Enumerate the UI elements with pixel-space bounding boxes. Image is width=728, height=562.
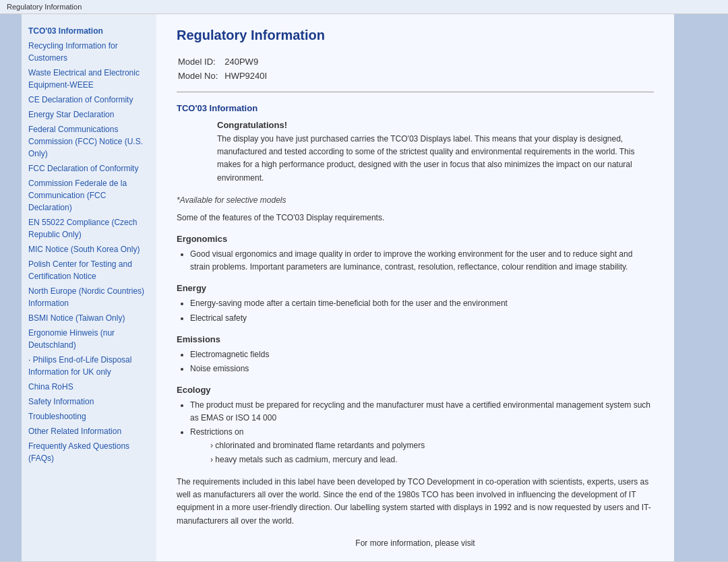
congratulations-title: Congratulations! xyxy=(217,120,654,130)
emissions-list: Electromagnetic fields Noise emissions xyxy=(190,348,654,375)
model-info-table: Model ID: 240PW9 Model No: HWP9240I xyxy=(177,54,274,84)
emissions-bullet-1: Electromagnetic fields xyxy=(190,348,654,361)
sidebar-item-energy-star[interactable]: Energy Star Declaration xyxy=(28,108,150,121)
ecology-bullet-2: Restrictions on chlorinated and brominat… xyxy=(190,426,654,466)
sidebar-item-faq[interactable]: Frequently Asked Questions (FAQs) xyxy=(28,440,150,464)
ergonomics-list: Good visual ergonomics and image quality… xyxy=(190,248,654,274)
sidebar-item-bsmi[interactable]: BSMI Notice (Taiwan Only) xyxy=(28,312,150,324)
sidebar-item-china-rohs[interactable]: China RoHS xyxy=(28,381,150,393)
sidebar-item-troubleshooting[interactable]: Troubleshooting xyxy=(28,410,150,423)
selective-models-note: *Available for selective models xyxy=(177,195,654,205)
closing-text: The requirements included in this label … xyxy=(177,476,654,528)
energy-bullet-1: Energy-saving mode after a certain time-… xyxy=(190,297,654,310)
congratulations-text: The display you have just purchased carr… xyxy=(217,133,654,185)
model-no-value: HWP9240I xyxy=(224,69,272,82)
model-no-label: Model No: xyxy=(178,69,223,82)
model-id-value: 240PW9 xyxy=(224,55,272,68)
emissions-bullet-2: Noise emissions xyxy=(190,363,654,375)
ecology-sub-bullet-2: heavy metals such as cadmium, mercury an… xyxy=(210,454,654,466)
ecology-sub-list: chlorinated and brominated flame retarda… xyxy=(210,439,654,466)
sidebar-item-en55022[interactable]: EN 55022 Compliance (Czech Republic Only… xyxy=(28,216,150,241)
ecology-title: Ecology xyxy=(177,385,654,395)
sidebar-item-philips-disposal[interactable]: Philips End-of-Life Disposal xyxy=(33,355,132,365)
sidebar-item-fcc-declaration[interactable]: FCC Declaration of Conformity xyxy=(28,162,150,175)
right-accent xyxy=(674,14,728,561)
left-accent xyxy=(0,14,22,561)
sidebar-item-weee[interactable]: Waste Electrical and Electronic Equipmen… xyxy=(28,67,150,91)
sidebar-item-commission-federale[interactable]: Commission Federale de la Communication … xyxy=(28,177,150,214)
ergonomics-bullet: Good visual ergonomics and image quality… xyxy=(190,248,654,274)
sidebar-item-ce[interactable]: CE Declaration of Conformity xyxy=(28,94,150,106)
model-id-label: Model ID: xyxy=(178,55,223,68)
tco-section-title: TCO'03 Information xyxy=(177,103,654,113)
ecology-sub-bullet-1: chlorinated and brominated flame retarda… xyxy=(210,439,654,452)
ergonomics-title: Ergonomics xyxy=(177,234,654,244)
sidebar-item-other[interactable]: Other Related Information xyxy=(28,425,150,437)
sidebar-item-nordic[interactable]: North Europe (Nordic Countries) Informat… xyxy=(28,285,150,309)
page-title: Regulatory Information xyxy=(177,28,654,43)
sidebar: TCO'03 Information Recycling Information… xyxy=(22,14,156,561)
sidebar-item-ergonomie[interactable]: Ergonomie Hinweis (nur Deutschland) xyxy=(28,327,150,351)
breadcrumb-bar: Regulatory Information xyxy=(0,0,728,14)
sidebar-item-recycling[interactable]: Recycling Information for Customers xyxy=(28,40,150,64)
sidebar-item-uk[interactable]: Information for UK only xyxy=(28,366,150,378)
divider xyxy=(177,92,654,92)
congratulations-block: Congratulations! The display you have ju… xyxy=(217,120,654,185)
breadcrumb-text: Regulatory Information xyxy=(7,3,82,11)
sidebar-item-tco03[interactable]: TCO'03 Information xyxy=(28,25,150,37)
main-content: Regulatory Information Model ID: 240PW9 … xyxy=(156,14,674,561)
emissions-title: Emissions xyxy=(177,334,654,344)
page-layout: TCO'03 Information Recycling Information… xyxy=(0,14,728,561)
sidebar-item-safety[interactable]: Safety Information xyxy=(28,396,150,408)
sidebar-item-mic[interactable]: MIC Notice (South Korea Only) xyxy=(28,243,150,255)
features-text: Some of the features of the TCO'03 Displ… xyxy=(177,212,654,224)
energy-title: Energy xyxy=(177,283,654,293)
energy-bullet-2: Electrical safety xyxy=(190,312,654,325)
ecology-list: The product must be prepared for recycli… xyxy=(190,399,654,466)
sidebar-item-polish[interactable]: Polish Center for Testing and Certificat… xyxy=(28,258,150,282)
ecology-bullet-1: The product must be prepared for recycli… xyxy=(190,399,654,425)
energy-list: Energy-saving mode after a certain time-… xyxy=(190,297,654,324)
for-more-text: For more information, please visit xyxy=(177,538,654,548)
sidebar-item-fcc-notice[interactable]: Federal Communications Commission (FCC) … xyxy=(28,123,150,160)
